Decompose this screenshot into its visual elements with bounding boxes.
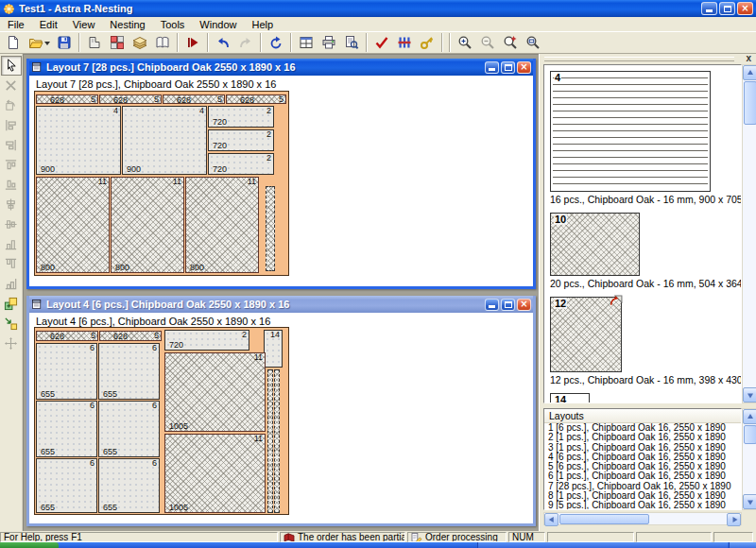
key-icon[interactable] bbox=[416, 32, 438, 53]
layout4-window[interactable]: Layout 4 [6 pcs.] Chipboard Oak 2550 x 1… bbox=[26, 296, 536, 526]
layout7-minimize-button[interactable] bbox=[485, 61, 499, 74]
panel-grip[interactable] bbox=[544, 57, 734, 61]
sheets-icon[interactable] bbox=[151, 32, 174, 53]
part-piece[interactable]: 5628 bbox=[99, 94, 162, 104]
part-piece[interactable]: 6566655 bbox=[98, 343, 160, 400]
part-piece[interactable]: 5628 bbox=[36, 94, 98, 104]
scroll-thumb[interactable] bbox=[744, 425, 756, 444]
part-icon[interactable] bbox=[83, 32, 106, 53]
layouts-hscrollbar[interactable] bbox=[543, 512, 742, 525]
book-icon bbox=[284, 533, 295, 542]
cutting-icon[interactable] bbox=[393, 32, 416, 53]
part-piece[interactable] bbox=[267, 369, 273, 513]
close-button[interactable]: × bbox=[737, 2, 753, 15]
run-nesting-icon[interactable] bbox=[181, 32, 204, 53]
scroll-thumb[interactable] bbox=[559, 514, 649, 524]
menu-nesting[interactable]: Nesting bbox=[102, 18, 152, 31]
menu-help[interactable]: Help bbox=[244, 18, 281, 31]
part-piece[interactable]: 5628 bbox=[99, 331, 162, 341]
print-preview-icon[interactable] bbox=[340, 32, 363, 53]
layout7-maximize-button[interactable] bbox=[501, 61, 515, 74]
part-piece[interactable]: 4705900 bbox=[122, 106, 207, 175]
part-piece[interactable]: 2720 bbox=[208, 106, 274, 128]
part-piece[interactable]: 118001005 bbox=[164, 434, 266, 513]
restore-button[interactable] bbox=[719, 2, 735, 15]
parts-scrollbar[interactable] bbox=[742, 64, 756, 403]
part-item[interactable]: 1212 pcs., Chipboard Oak - 16 mm, 398 x … bbox=[550, 297, 735, 385]
scroll-down-button[interactable] bbox=[743, 494, 756, 509]
layout7-window[interactable]: Layout 7 [28 pcs.] Chipboard Oak 2550 x … bbox=[26, 59, 536, 289]
part-piece[interactable]: 5628 bbox=[36, 331, 98, 341]
scroll-thumb[interactable] bbox=[744, 81, 756, 125]
scroll-up-button[interactable] bbox=[743, 409, 756, 424]
taskbar-button[interactable] bbox=[477, 542, 728, 548]
open-folder-icon[interactable] bbox=[25, 32, 53, 53]
layout7-sheet[interactable]: 5628562856285628470590047059002720272027… bbox=[34, 91, 289, 276]
pointer-icon[interactable] bbox=[1, 56, 22, 76]
zoom-in-icon[interactable] bbox=[454, 32, 476, 53]
new-document-icon[interactable] bbox=[2, 32, 25, 53]
layout4-minimize-button[interactable] bbox=[485, 299, 499, 311]
layout7-titlebar[interactable]: Layout 7 [28 pcs.] Chipboard Oak 2550 x … bbox=[29, 59, 533, 76]
zoom-window-icon[interactable] bbox=[522, 32, 544, 53]
layout4-maximize-button[interactable] bbox=[501, 299, 515, 311]
undo-icon[interactable] bbox=[212, 32, 234, 53]
part-piece[interactable]: 111005800 bbox=[111, 177, 184, 273]
save-icon[interactable] bbox=[53, 32, 76, 53]
layout4-close-button[interactable]: × bbox=[517, 299, 531, 311]
part-piece[interactable]: 2720 bbox=[208, 129, 274, 151]
menu-window[interactable]: Window bbox=[192, 18, 244, 31]
menu-edit[interactable]: Edit bbox=[32, 18, 65, 31]
part-piece[interactable]: 2720 bbox=[208, 153, 274, 175]
add-part-icon[interactable] bbox=[1, 314, 22, 334]
layout-list-item[interactable]: 9 [5 pcs.], Chipboard Oak 16, 2550 x 189… bbox=[544, 501, 741, 510]
part-piece[interactable] bbox=[266, 186, 275, 271]
scroll-up-button[interactable] bbox=[743, 65, 756, 80]
part-piece[interactable]: 5628 bbox=[163, 94, 225, 104]
layout7-close-button[interactable]: × bbox=[517, 61, 531, 74]
minimize-button[interactable] bbox=[701, 2, 717, 15]
zoom-dynamic-icon[interactable] bbox=[499, 32, 522, 53]
layout4-sheet[interactable]: 5628562827201465666556566655656665565666… bbox=[34, 327, 289, 515]
part-preview: 4 bbox=[550, 71, 711, 192]
part-piece[interactable] bbox=[274, 369, 280, 513]
window-grid-icon[interactable] bbox=[295, 32, 318, 53]
materials-icon[interactable] bbox=[129, 32, 151, 53]
layout7-canvas[interactable]: Layout 7 [28 pcs.], Chipboard Oak 2550 x… bbox=[29, 76, 533, 286]
layout4-titlebar[interactable]: Layout 4 [6 pcs.] Chipboard Oak 2550 x 1… bbox=[29, 296, 533, 313]
part-piece[interactable]: 6566655 bbox=[98, 458, 160, 513]
part-piece[interactable]: 14 bbox=[264, 330, 283, 368]
scroll-down-button[interactable] bbox=[743, 387, 756, 402]
part-piece[interactable]: 118001005 bbox=[164, 352, 266, 432]
menu-view[interactable]: View bbox=[65, 18, 103, 31]
panel-close-icon[interactable]: x bbox=[746, 54, 751, 63]
parts-grid-icon[interactable] bbox=[106, 32, 129, 53]
part-item[interactable]: 1020 pcs., Chipboard Oak - 16 mm, 504 x … bbox=[550, 213, 735, 289]
part-item[interactable]: 416 pcs., Chipboard Oak - 16 mm, 900 x 7… bbox=[550, 71, 735, 205]
taskbar[interactable] bbox=[0, 542, 756, 548]
part-piece[interactable]: 6566655 bbox=[36, 458, 97, 513]
start-button[interactable] bbox=[0, 542, 59, 548]
check-order-icon[interactable] bbox=[370, 32, 393, 53]
part-piece[interactable]: 4705900 bbox=[36, 106, 121, 175]
part-item[interactable]: 14 bbox=[550, 393, 735, 403]
part-piece[interactable]: 111005800 bbox=[36, 177, 110, 273]
part-piece[interactable]: 6566655 bbox=[98, 401, 160, 457]
part-piece[interactable]: 5628 bbox=[226, 94, 286, 104]
menu-tools[interactable]: Tools bbox=[153, 18, 193, 31]
layouts-scrollbar[interactable] bbox=[742, 408, 756, 510]
part-piece[interactable]: 111005800 bbox=[185, 177, 259, 273]
recalculate-icon[interactable] bbox=[265, 32, 287, 53]
print-icon[interactable] bbox=[318, 32, 340, 53]
part-piece[interactable]: 2720 bbox=[164, 330, 249, 351]
layout4-canvas[interactable]: Layout 4 [6 pcs.], Chipboard Oak 2550 x … bbox=[29, 313, 533, 523]
right-panel: x 416 pcs., Chipboard Oak - 16 mm, 900 x… bbox=[539, 54, 756, 531]
status-pane: For Help, press F1 bbox=[0, 532, 278, 542]
part-piece[interactable]: 6566655 bbox=[36, 343, 97, 400]
copies-icon[interactable] bbox=[1, 294, 22, 314]
scroll-left-button[interactable] bbox=[544, 513, 558, 526]
dropdown-arrow-icon[interactable] bbox=[44, 42, 50, 48]
menu-file[interactable]: File bbox=[0, 18, 32, 31]
part-piece[interactable]: 6566655 bbox=[36, 401, 97, 457]
scroll-right-button[interactable] bbox=[727, 513, 741, 526]
